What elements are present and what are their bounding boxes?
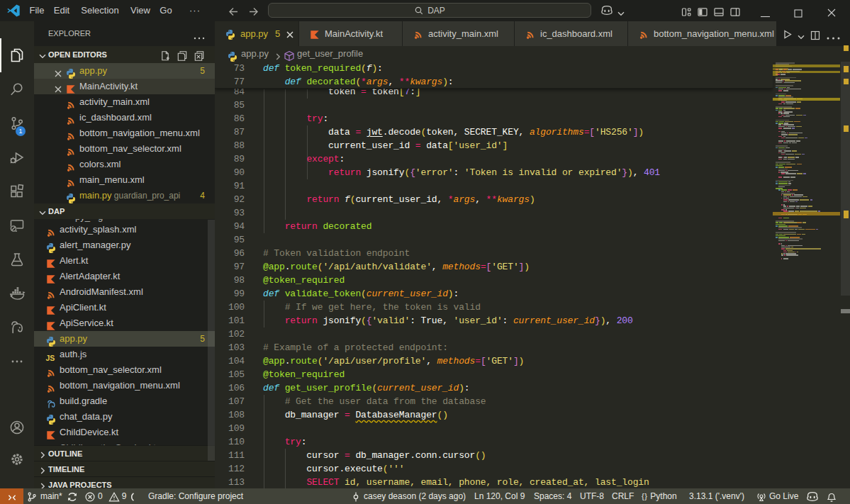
svg-text:JS: JS [46, 353, 55, 362]
